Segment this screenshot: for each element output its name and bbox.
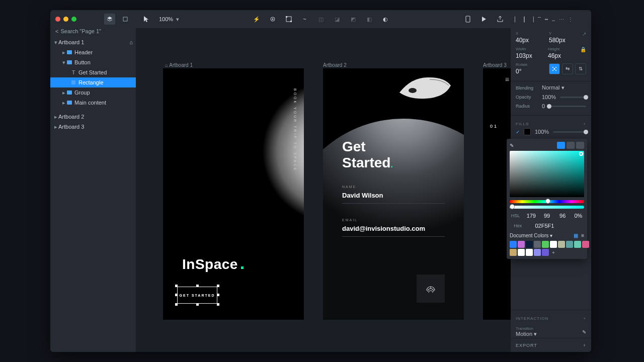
lock-aspect-icon[interactable]: 🔒 (580, 47, 586, 59)
y-input[interactable]: 580px (549, 37, 575, 44)
width-input[interactable]: 103px (516, 52, 541, 59)
export-section[interactable]: EXPORT+ (511, 338, 591, 352)
color-swatch[interactable] (510, 241, 517, 248)
scrubber-icon[interactable]: ↗ (582, 31, 586, 44)
radius-slider[interactable] (549, 106, 586, 107)
opacity-input[interactable]: 100% (542, 94, 556, 100)
saturation-value-area[interactable] (510, 151, 584, 197)
layer-group[interactable]: ▸Group (50, 87, 136, 98)
radius-input[interactable]: 0 (542, 103, 545, 109)
get-started-button[interactable]: GET STARTED (177, 287, 217, 304)
color-swatch[interactable] (582, 241, 589, 248)
color-swatch[interactable] (510, 249, 517, 256)
path-icon[interactable]: ~ (299, 14, 310, 25)
add-fill-icon[interactable]: + (583, 122, 586, 126)
flip-h-icon[interactable]: ⇆ (562, 63, 573, 74)
fill-opacity-slider[interactable] (553, 131, 586, 133)
zoom-level[interactable]: 100% (159, 16, 173, 22)
height-input[interactable]: 46px (548, 52, 573, 59)
transition-select[interactable]: Motion ▾ (516, 331, 537, 337)
home-icon[interactable]: ⌂ (129, 39, 133, 45)
fill-opacity[interactable]: 100% (535, 129, 549, 135)
layer-button[interactable]: ▾Button (50, 57, 136, 67)
layer-main-content[interactable]: ▸Main content (50, 98, 136, 108)
close-window-icon[interactable] (55, 17, 60, 22)
artboard-2-label[interactable]: Artboard 2 (323, 62, 347, 68)
color-popover[interactable]: ✎ HSL 179 99 96 0% Hex 02F5F1 Document C… (507, 139, 587, 259)
align-right-icon[interactable]: ▕ (530, 17, 534, 22)
layer-rectangle[interactable]: Rectangle (50, 77, 136, 87)
layer-header[interactable]: ▸Header (50, 47, 136, 57)
artboard-2[interactable]: GetStarted. NAME David Wilson EMAIL davi… (323, 68, 464, 320)
email-value[interactable]: david@invisionstudio.com (342, 225, 445, 232)
layer-artboard-3[interactable]: ▸Artboard 3 (50, 122, 136, 132)
back-icon[interactable]: < (55, 28, 58, 34)
align-bottom-icon[interactable]: ⎽ (552, 17, 555, 22)
align-left-icon[interactable]: ▏ (515, 17, 519, 22)
artboard-1-label[interactable]: ⌂ Artboard 1 (165, 62, 193, 68)
layers-tab-icon[interactable] (104, 14, 115, 25)
hue-slider[interactable] (510, 200, 584, 203)
add-export-icon[interactable]: + (583, 343, 586, 348)
doc-colors-select[interactable]: Document Colors ▾ (510, 233, 552, 238)
opacity-slider[interactable] (560, 97, 586, 98)
hue-value[interactable]: 179 (525, 213, 537, 219)
radial-fill-tab[interactable] (576, 142, 584, 149)
menu-icon[interactable]: ≡ (505, 75, 509, 83)
alpha-slider[interactable] (510, 206, 584, 209)
hex-input[interactable]: 02F5F1 (530, 223, 585, 229)
layer-artboard-2[interactable]: ▸Artboard 2 (50, 112, 136, 122)
color-swatch[interactable] (550, 241, 557, 248)
color-swatch[interactable] (534, 241, 541, 248)
name-value[interactable]: David Wilson (342, 192, 445, 199)
color-swatch[interactable] (566, 241, 573, 248)
bolt-icon[interactable]: ⚡ (251, 14, 262, 25)
fingerprint-button[interactable] (417, 275, 445, 303)
alpha-value[interactable]: 0% (573, 213, 584, 219)
mask-icon[interactable]: ◐ (380, 14, 391, 25)
color-swatch[interactable] (534, 249, 541, 256)
solid-fill-tab[interactable] (557, 142, 565, 149)
libraries-tab-icon[interactable] (120, 14, 131, 25)
pointer-tool-icon[interactable] (141, 14, 152, 25)
color-swatch[interactable] (518, 241, 525, 248)
add-swatch-icon[interactable]: + (550, 249, 557, 256)
blending-select[interactable]: Normal ▾ (542, 84, 565, 91)
align-top-icon[interactable]: ⎺ (538, 17, 541, 22)
artboard-3-label[interactable]: Artboard 3 (483, 62, 507, 68)
color-swatch[interactable] (542, 241, 549, 248)
color-swatch[interactable] (574, 241, 581, 248)
rotate-input[interactable]: 0° (516, 68, 542, 75)
add-interaction-icon[interactable]: + (583, 316, 586, 321)
zoom-window-icon[interactable] (71, 17, 76, 22)
color-swatch[interactable] (542, 249, 549, 256)
canvas[interactable]: ⌂ Artboard 1 Artboard 2 Artboard 3 BOOK … (136, 28, 511, 352)
color-swatch[interactable] (526, 249, 533, 256)
artboard-1[interactable]: BOOK YOUR TRIP TO SPACE InSpace GET STAR… (163, 68, 304, 320)
align-hcenter-icon[interactable]: ┃ (523, 17, 526, 22)
search-row[interactable]: < Search "Page 1" (50, 28, 136, 37)
fill-visible-checkbox[interactable]: ✓ (516, 129, 520, 135)
layer-get-started[interactable]: TGet Started (50, 67, 136, 77)
align-vcenter-icon[interactable]: ━ (545, 17, 548, 22)
sat-value[interactable]: 99 (541, 213, 552, 219)
minimize-window-icon[interactable] (63, 17, 68, 22)
gear-icon[interactable] (267, 14, 278, 25)
list-view-icon[interactable]: ≡ (581, 233, 584, 238)
play-icon[interactable] (478, 14, 490, 25)
grid-view-icon[interactable]: ▦ (574, 233, 578, 238)
color-swatch[interactable] (558, 241, 565, 248)
transform-icon[interactable] (283, 14, 294, 25)
color-mode-select[interactable]: HSL (510, 213, 521, 218)
color-swatch[interactable] (518, 249, 525, 256)
pivot-grid[interactable]: ⇆ ⇅ (549, 63, 586, 74)
linear-fill-tab[interactable] (567, 142, 575, 149)
eyedropper-icon[interactable]: ✎ (510, 143, 514, 148)
edit-transition-icon[interactable]: ✎ (582, 329, 586, 335)
layer-artboard-1[interactable]: ▾Artboard 1 ⌂ (50, 37, 136, 47)
device-icon[interactable] (462, 14, 473, 25)
light-value[interactable]: 96 (557, 213, 569, 219)
color-swatch[interactable] (526, 241, 533, 248)
fill-swatch[interactable] (524, 128, 531, 135)
x-input[interactable]: 40px (516, 37, 542, 44)
